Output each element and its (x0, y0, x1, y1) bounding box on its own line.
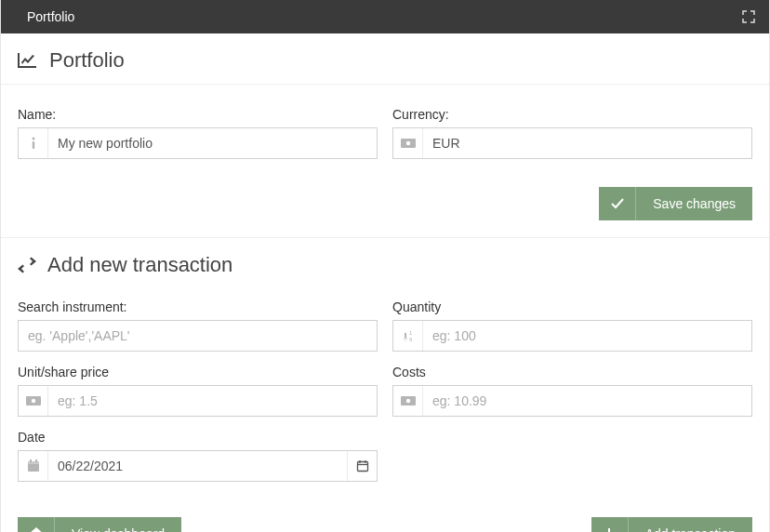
quantity-input-group: 1 9 (392, 320, 752, 352)
quantity-label: Quantity (392, 299, 752, 314)
svg-point-7 (31, 399, 34, 403)
portfolio-button-row: Save changes (1, 187, 769, 237)
date-input-group (18, 450, 378, 482)
money-icon (19, 386, 48, 416)
quantity-input[interactable] (423, 321, 751, 351)
price-input[interactable] (48, 386, 377, 416)
currency-input-group (392, 127, 752, 159)
svg-point-0 (32, 138, 34, 140)
transaction-section-header: Add new transaction (1, 238, 769, 288)
svg-point-9 (405, 399, 409, 403)
svg-rect-13 (35, 459, 37, 462)
info-icon (19, 128, 48, 158)
price-label: Unit/share price (18, 365, 378, 379)
window-title: Portfolio (27, 9, 74, 24)
costs-input-group (392, 385, 752, 417)
svg-rect-1 (32, 141, 33, 149)
add-transaction-button[interactable]: Add transaction (591, 517, 752, 532)
calendar-icon (19, 451, 48, 481)
transaction-button-row: View dashboard Add transaction (1, 510, 769, 532)
date-input[interactable] (48, 451, 347, 481)
money-icon (393, 386, 423, 416)
view-dashboard-label: View dashboard (55, 526, 181, 532)
currency-input[interactable] (423, 128, 751, 158)
transaction-form: Search instrument: Quantity 1 9 (1, 288, 769, 510)
portfolio-form: Name: Currency: (1, 85, 769, 187)
name-input[interactable] (48, 128, 377, 158)
svg-rect-14 (357, 462, 367, 472)
portfolio-section-header: Portfolio (1, 33, 769, 84)
name-input-group (18, 127, 378, 159)
search-instrument-input[interactable] (18, 320, 378, 352)
expand-button[interactable] (739, 7, 758, 26)
costs-input[interactable] (423, 386, 751, 416)
portfolio-heading: Portfolio (49, 48, 125, 73)
exchange-icon (18, 257, 36, 273)
titlebar: Portfolio (1, 0, 769, 33)
svg-rect-18 (608, 528, 610, 532)
add-transaction-label: Add transaction (629, 526, 752, 532)
currency-label: Currency: (392, 107, 752, 122)
calendar-outline-icon (356, 459, 369, 472)
view-dashboard-button[interactable]: View dashboard (18, 517, 181, 532)
svg-rect-12 (30, 459, 32, 462)
expand-icon (742, 10, 755, 23)
svg-point-3 (405, 141, 409, 145)
svg-text:9: 9 (409, 337, 413, 342)
check-icon (599, 187, 636, 220)
sort-numeric-icon: 1 9 (393, 321, 423, 351)
name-label: Name: (18, 107, 378, 122)
chart-line-icon (18, 51, 38, 70)
svg-text:1: 1 (409, 330, 413, 336)
svg-rect-11 (28, 461, 39, 464)
money-icon (393, 128, 423, 158)
portfolio-window: Portfolio Portfolio Name: (0, 0, 770, 532)
date-picker-trigger[interactable] (347, 451, 377, 481)
price-input-group (18, 385, 378, 417)
save-changes-button[interactable]: Save changes (599, 187, 752, 220)
save-changes-label: Save changes (636, 196, 752, 211)
costs-label: Costs (392, 365, 752, 379)
transaction-heading: Add new transaction (47, 253, 232, 277)
date-label: Date (18, 430, 378, 445)
home-icon (18, 517, 55, 532)
plus-icon (591, 517, 629, 532)
search-instrument-label: Search instrument: (18, 299, 378, 314)
